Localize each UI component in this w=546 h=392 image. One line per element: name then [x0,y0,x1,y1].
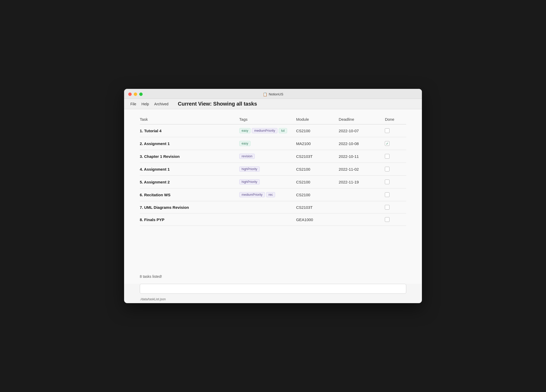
tag-easy: easy [239,141,251,146]
header-tags: Tags [239,117,296,122]
task-name-5: 5. Assignment 2 [140,180,239,184]
task-name-1: 1. Tutorial 4 [140,129,239,133]
task-done-cell-7 [385,205,406,210]
task-done-cell-4 [385,167,406,171]
title-icon: 📋 [263,92,267,96]
tag-medium-priority: mediumPriority [252,128,277,133]
current-view-label: Current View: Showing all tasks [178,101,257,107]
maximize-button[interactable] [139,93,143,96]
task-tags-5: highPriority [239,179,296,185]
table-row: 3. Chapter 1 RevisionrevisionCS2103T2022… [140,150,406,163]
task-tags-1: easymediumPrioritytut [239,128,296,133]
task-name-4: 4. Assignment 1 [140,167,239,171]
header-module: Module [296,117,339,122]
tag-high-priority: highPriority [239,166,260,172]
task-checkbox-4[interactable] [385,167,390,171]
task-checkbox-6[interactable] [385,192,390,197]
task-done-cell-6 [385,192,406,197]
task-name-8: 8. Finals PYP [140,217,239,222]
task-module-3: CS2103T [296,154,339,159]
tag-tut: tut [279,128,287,133]
task-checkbox-8[interactable] [385,217,390,222]
table-header: Task Tags Module Deadline Done [140,114,406,124]
app-window: 📋 NotionUS File Help Archived Current Vi… [124,89,422,303]
task-tags-3: revision [239,154,296,159]
task-checkbox-5[interactable] [385,180,390,184]
tag-revision: revision [239,154,255,159]
table-row: 2. Assignment 1easyMA21002022-10-08✓ [140,137,406,150]
tag-easy: easy [239,128,251,133]
task-done-cell-1 [385,128,406,133]
table-row: 6. Recitation WSmediumPriorityrecCS2100 [140,188,406,201]
task-deadline-1: 2022-10-07 [339,129,385,133]
task-done-cell-3 [385,154,406,159]
task-done-cell-5 [385,180,406,184]
table-row: 4. Assignment 1highPriorityCS21002022-11… [140,163,406,176]
menu-help[interactable]: Help [140,101,151,107]
task-deadline-5: 2022-11-19 [339,180,385,184]
task-table: Task Tags Module Deadline Done 1. Tutori… [140,114,406,270]
table-row: 8. Finals PYPGEA1000 [140,214,406,226]
table-row: 7. UML Diagrams RevisionCS2103T [140,201,406,214]
window-title: 📋 NotionUS [263,92,283,96]
tag-medium-priority: mediumPriority [239,192,265,197]
task-checkbox-7[interactable] [385,205,390,210]
task-tags-6: mediumPriorityrec [239,192,296,197]
header-done: Done [385,117,406,122]
task-checkbox-3[interactable] [385,154,390,159]
menu-bar: File Help Archived Current View: Showing… [124,99,422,109]
menu-archived[interactable]: Archived [152,101,170,107]
table-body: 1. Tutorial 4easymediumPrioritytutCS2100… [140,124,406,226]
task-done-cell-8 [385,217,406,222]
task-module-4: CS2100 [296,167,339,171]
task-name-3: 3. Chapter 1 Revision [140,154,239,159]
main-content: Task Tags Module Deadline Done 1. Tutori… [124,109,422,284]
task-module-6: CS2100 [296,193,339,197]
task-deadline-4: 2022-11-02 [339,167,385,171]
table-row: 1. Tutorial 4easymediumPrioritytutCS2100… [140,124,406,137]
menu-file[interactable]: File [128,101,138,107]
task-module-2: MA2100 [296,141,339,146]
task-checkbox-1[interactable] [385,128,390,133]
close-button[interactable] [128,93,132,96]
task-name-2: 2. Assignment 1 [140,141,239,146]
footer-path: ./data/taskList.json [124,296,422,303]
tag-rec: rec [266,192,275,197]
task-name-7: 7. UML Diagrams Revision [140,205,239,210]
task-done-cell-2: ✓ [385,141,406,146]
status-text: 8 tasks listed! [140,274,406,279]
minimize-button[interactable] [134,93,137,96]
task-deadline-3: 2022-10-11 [339,154,385,159]
task-module-8: GEA1000 [296,217,339,222]
task-module-5: CS2100 [296,180,339,184]
task-tags-4: highPriority [239,166,296,172]
task-deadline-2: 2022-10-08 [339,141,385,146]
task-module-7: CS2103T [296,205,339,210]
title-bar: 📋 NotionUS [124,89,422,99]
header-task: Task [140,117,239,122]
tag-high-priority: highPriority [239,179,260,185]
traffic-lights [128,93,143,96]
task-module-1: CS2100 [296,129,339,133]
title-text: NotionUS [269,92,283,96]
header-deadline: Deadline [339,117,385,122]
task-name-6: 6. Recitation WS [140,193,239,197]
table-row: 5. Assignment 2highPriorityCS21002022-11… [140,176,406,188]
task-checkbox-2[interactable]: ✓ [385,141,390,146]
task-tags-2: easy [239,141,296,146]
command-input[interactable] [140,284,406,294]
